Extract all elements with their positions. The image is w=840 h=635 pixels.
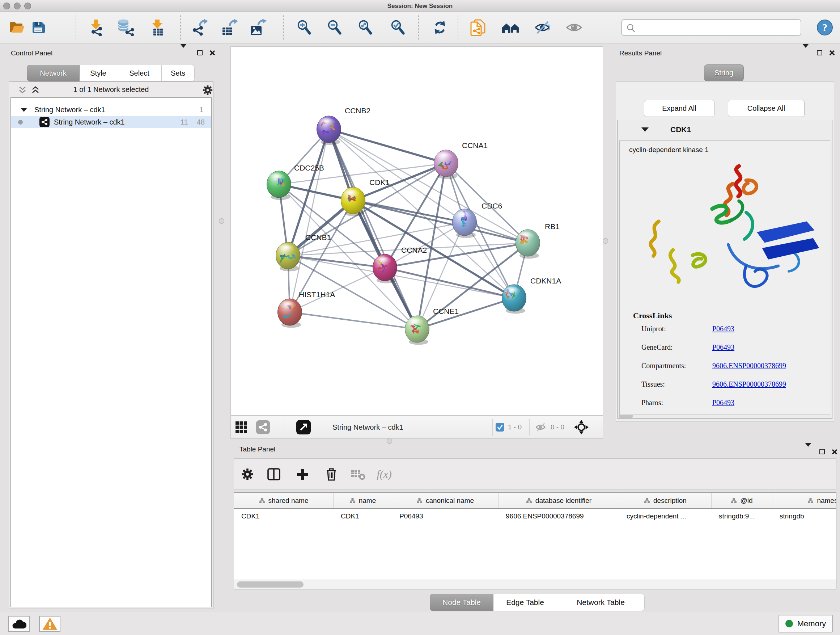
left-splitter-handle[interactable] (219, 218, 224, 224)
zoom-in-button[interactable] (295, 19, 313, 36)
column-header--id[interactable]: @id (712, 493, 772, 508)
cell-description[interactable]: cyclin-dependent ... (619, 512, 712, 520)
cell-name[interactable]: CDK1 (333, 512, 392, 520)
network-node-CCNA1[interactable]: CCNA1 (434, 141, 488, 179)
network-row-selected[interactable]: String Network – cdk1 11 48 (11, 116, 211, 128)
help-icon: ? (816, 19, 833, 36)
column-header-namespace[interactable]: namespace (772, 493, 836, 508)
network-node-HIST1H1A[interactable]: HIST1H1A (278, 290, 335, 328)
network-edge-CCNA2-HIST1H1A[interactable] (290, 268, 385, 312)
import-table-file-button[interactable] (149, 18, 167, 37)
crosslink-value-link[interactable]: 9606.ENSP00000378699 (712, 380, 786, 388)
cell--id[interactable]: stringdb:9... (712, 512, 772, 520)
collection-count: 1 (199, 106, 203, 114)
panel-close-button[interactable] (209, 50, 216, 56)
column-header-shared-name[interactable]: shared name (234, 493, 333, 508)
tab-network-table[interactable]: Network Table (557, 594, 645, 611)
network-edge-CCNB2-RB1[interactable] (329, 129, 528, 243)
export-table-icon (221, 19, 238, 36)
network-edge-CCNB2-CCNA1[interactable] (329, 129, 446, 163)
expand-all-networks-button[interactable] (31, 86, 40, 94)
tab-select[interactable]: Select (117, 65, 162, 81)
column-header-database-identifier[interactable]: database identifier (499, 493, 619, 508)
create-column-button[interactable] (296, 468, 309, 481)
network-edge-CDKN1A-CCNE1[interactable] (417, 298, 514, 329)
warnings-button[interactable] (39, 616, 60, 632)
selected-indicator-checkbox[interactable] (496, 423, 504, 432)
import-network-database-button[interactable] (115, 18, 135, 37)
cell-shared-name[interactable]: CDK1 (234, 512, 333, 520)
network-view-mode-button[interactable] (256, 420, 270, 434)
network-edge-HIST1H1A-CCNE1[interactable] (290, 312, 417, 329)
fit-selected-button[interactable] (574, 420, 589, 435)
tab-network[interactable]: Network (27, 65, 80, 81)
network-node-count: 11 (180, 118, 188, 126)
tab-string[interactable]: String (704, 65, 744, 81)
column-header-description[interactable]: description (619, 493, 712, 508)
panel-close-button[interactable] (829, 50, 835, 56)
detach-view-button[interactable] (296, 420, 311, 434)
panel-close-button[interactable] (831, 448, 838, 455)
collection-expand-icon[interactable] (21, 108, 27, 112)
network-node-RB1[interactable]: RB1 (516, 222, 560, 259)
tab-sets[interactable]: Sets (162, 65, 195, 81)
hide-selected-button[interactable] (533, 19, 553, 36)
table-row[interactable]: CDK1CDK1P064939606.ENSP00000378699cyclin… (234, 509, 836, 524)
save-session-button[interactable] (30, 19, 47, 36)
delete-column-button[interactable] (325, 467, 337, 481)
panel-float-button[interactable] (197, 50, 202, 55)
search-input[interactable] (638, 20, 799, 35)
show-columns-button[interactable] (267, 468, 281, 481)
column-header-name[interactable]: name (333, 493, 392, 508)
export-table-button[interactable] (220, 18, 239, 37)
show-all-button[interactable] (565, 20, 584, 35)
memory-button[interactable]: Memory (778, 615, 833, 632)
tab-edge-table[interactable]: Edge Table (493, 594, 557, 611)
panel-float-button[interactable] (817, 50, 822, 55)
birds-eye-view-button[interactable] (235, 421, 248, 433)
zoom-out-button[interactable] (326, 19, 343, 36)
network-collection-row[interactable]: String Network – cdk1 1 (11, 103, 211, 116)
right-splitter-handle[interactable] (603, 238, 608, 244)
tab-node-table[interactable]: Node Table (430, 594, 493, 611)
tab-style[interactable]: Style (80, 65, 117, 81)
zoom-fit-button[interactable] (357, 19, 374, 36)
cell-canonical-name[interactable]: P06493 (392, 512, 499, 520)
expand-all-button[interactable]: Expand All (644, 100, 714, 117)
network-edge-CCNB2-HIST1H1A[interactable] (290, 129, 329, 312)
crosslink-value-link[interactable]: P06493 (712, 399, 734, 407)
network-canvas[interactable]: CCNB2CCNA1CDC25BCDK1CDC6RB1CCNB1CCNA2CDK… (231, 46, 603, 416)
scrollbar-thumb[interactable] (237, 581, 303, 587)
import-network-file-button[interactable] (87, 18, 106, 37)
export-network-button[interactable] (190, 18, 209, 37)
table-options-button[interactable] (241, 468, 254, 481)
delete-table-button[interactable] (350, 468, 365, 480)
network-options-button[interactable] (202, 85, 213, 96)
cloud-status-button[interactable] (8, 616, 30, 632)
network-node-CDKN1A[interactable]: CDKN1A (502, 277, 561, 314)
table-horizontal-scrollbar[interactable] (234, 580, 836, 589)
panel-float-button[interactable] (819, 449, 825, 454)
cell-namespace[interactable]: stringdb (772, 512, 836, 520)
clone-network-button[interactable] (469, 18, 488, 37)
crosslink-value-link[interactable]: P06493 (712, 325, 734, 333)
collapse-all-button[interactable]: Collapse All (728, 100, 805, 117)
export-image-button[interactable] (248, 18, 267, 37)
entry-collapse-icon[interactable] (641, 127, 649, 132)
cell-database-identifier[interactable]: 9606.ENSP00000378699 (499, 512, 619, 520)
function-builder-button[interactable]: f(x) (377, 468, 392, 480)
zoom-selected-button[interactable] (389, 19, 407, 36)
help-button[interactable]: ? (816, 19, 834, 36)
open-session-button[interactable] (8, 19, 26, 35)
gene-entry-header[interactable]: CDK1 (618, 120, 832, 141)
crosslink-value-link[interactable]: P06493 (712, 343, 734, 352)
refresh-button[interactable] (431, 19, 448, 36)
results-scrollbar-thumb[interactable] (619, 415, 633, 418)
collapse-all-networks-button[interactable] (18, 86, 27, 94)
column-header-canonical-name[interactable]: canonical name (392, 493, 499, 508)
network-edge-CCNB1-CCNA2[interactable] (288, 256, 385, 268)
network-node-CCNE1[interactable]: CCNE1 (405, 307, 459, 345)
string-protein-query-button[interactable] (500, 19, 522, 36)
crosslink-value-link[interactable]: 9606.ENSP00000378699 (712, 362, 786, 370)
network-edge-CCNA2-CDKN1A[interactable] (385, 268, 514, 298)
